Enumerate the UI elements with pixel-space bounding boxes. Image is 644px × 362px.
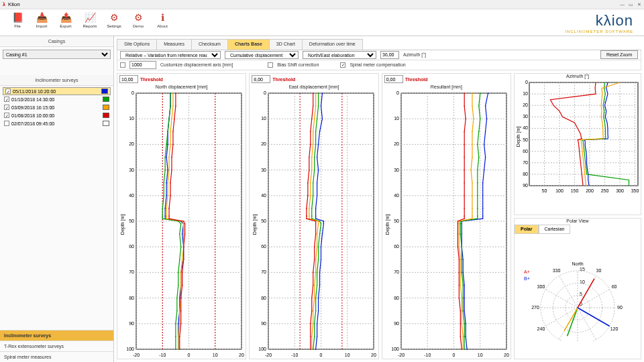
- casing-select[interactable]: Casing #1: [3, 50, 111, 59]
- svg-text:10: 10: [478, 353, 483, 357]
- threshold-input[interactable]: [384, 75, 403, 83]
- survey-item[interactable]: ✓ 01/10/2018 14:30:00: [3, 95, 111, 103]
- svg-point-351: [462, 336, 464, 337]
- minimize-icon[interactable]: —: [620, 2, 625, 7]
- tab-deformation-over-time[interactable]: Deformation over time: [302, 39, 363, 50]
- svg-text:80: 80: [262, 296, 267, 300]
- chart-azimuth: Azimuth [°] 5010015020025030035001020304…: [514, 73, 641, 215]
- toolbar-reports[interactable]: 📈 Reports: [78, 11, 102, 35]
- threshold-input[interactable]: [252, 75, 270, 83]
- polar-tab-polar[interactable]: Polar: [515, 225, 539, 234]
- svg-point-83: [182, 259, 183, 261]
- svg-point-371: [458, 285, 460, 286]
- svg-point-187: [319, 221, 321, 222]
- custom-axis-input[interactable]: [129, 61, 156, 69]
- svg-text:Depth [m]: Depth [m]: [516, 127, 521, 147]
- svg-point-49: [164, 170, 166, 171]
- survey-check[interactable]: ✓: [4, 113, 9, 118]
- survey-item[interactable]: 02/07/2018 09:45:00: [3, 119, 111, 127]
- svg-point-112: [180, 323, 182, 324]
- survey-date: 02/07/2018 09:45:00: [11, 121, 54, 126]
- tab-checksum[interactable]: Checksum: [191, 39, 228, 50]
- svg-point-307: [480, 118, 481, 119]
- svg-point-364: [464, 218, 465, 219]
- toolbar-export[interactable]: 📤 Export: [54, 11, 78, 35]
- svg-text:B+: B+: [524, 276, 530, 281]
- chart-svg: -20-10010200102030405060708090100 Depth …: [250, 90, 378, 359]
- nav-item[interactable]: Spiral meter measures: [0, 351, 113, 362]
- svg-point-193: [317, 285, 318, 286]
- svg-text:70: 70: [129, 269, 134, 274]
- svg-point-315: [477, 216, 478, 217]
- svg-point-291: [482, 216, 484, 217]
- nav-item[interactable]: Inclinometer surveys: [0, 330, 113, 341]
- survey-check[interactable]: ✓: [5, 88, 11, 94]
- svg-text:A+: A+: [524, 269, 530, 274]
- svg-point-237: [315, 233, 317, 235]
- survey-check[interactable]: [4, 121, 9, 126]
- elab-select[interactable]: North/East elaboration: [303, 51, 376, 59]
- survey-item[interactable]: ✓ 03/09/2018 16:15:00: [3, 103, 111, 111]
- polar-tab-cartesian[interactable]: Cartesian: [539, 225, 571, 234]
- nav-item[interactable]: T-Rex extensometer surveys: [0, 341, 113, 351]
- tab-3d-chart[interactable]: 3D Chart: [269, 39, 303, 50]
- toolbar-import[interactable]: 📥 Import: [30, 11, 54, 35]
- survey-check[interactable]: ✓: [4, 97, 9, 102]
- svg-text:0: 0: [525, 80, 528, 84]
- svg-point-87: [179, 310, 180, 312]
- svg-point-60: [178, 272, 179, 274]
- svg-point-295: [461, 233, 462, 235]
- toolbar-demo[interactable]: ⚙ Demo: [126, 11, 150, 35]
- svg-point-290: [482, 208, 484, 209]
- svg-point-45: [168, 118, 170, 119]
- svg-text:0: 0: [396, 90, 399, 95]
- svg-text:70: 70: [394, 269, 399, 274]
- reset-zoom-button[interactable]: Reset Zoom: [600, 50, 638, 59]
- spiral-check[interactable]: ✓: [340, 62, 345, 68]
- mode-select[interactable]: Relative – Variation from reference read…: [120, 51, 221, 59]
- maximize-icon[interactable]: ▭: [629, 2, 633, 7]
- svg-text:40: 40: [394, 193, 399, 198]
- svg-point-202: [313, 131, 314, 133]
- svg-point-365: [457, 221, 458, 222]
- svg-text:-20: -20: [265, 353, 272, 357]
- svg-point-73: [168, 170, 170, 171]
- demo-icon: ⚙: [131, 11, 145, 24]
- svg-point-288: [482, 182, 484, 184]
- svg-text:50: 50: [542, 188, 547, 193]
- tab-site-options[interactable]: Site Options: [117, 39, 157, 50]
- survey-item[interactable]: ✓ 05/11/2018 10:20:00: [3, 87, 111, 95]
- threshold-label: Threshold: [272, 77, 295, 82]
- svg-point-244: [310, 323, 311, 324]
- export-icon: 📤: [59, 11, 72, 24]
- tab-charts-base[interactable]: Charts Base: [227, 39, 270, 50]
- survey-check[interactable]: ✓: [4, 105, 9, 110]
- close-icon[interactable]: ✕: [637, 2, 641, 7]
- toolbar-about[interactable]: ℹ About: [150, 11, 174, 35]
- svg-point-362: [464, 208, 465, 209]
- svg-point-46: [167, 131, 168, 133]
- svg-text:20: 20: [523, 103, 528, 107]
- svg-text:20: 20: [394, 141, 399, 146]
- survey-swatch: [101, 88, 108, 94]
- azimuth-input[interactable]: [380, 51, 399, 59]
- disp-select[interactable]: Cumulative displacement: [225, 51, 299, 59]
- svg-text:60: 60: [129, 244, 134, 249]
- svg-point-311: [477, 170, 478, 171]
- options-row-2: Customize displacement axis [mm] Bias Sh…: [117, 60, 641, 70]
- toolbar-file[interactable]: 📕 File: [5, 11, 30, 35]
- custom-axis-check[interactable]: [120, 62, 125, 68]
- svg-point-47: [166, 144, 167, 145]
- svg-text:90: 90: [129, 321, 134, 326]
- bias-check[interactable]: [268, 62, 273, 68]
- threshold-input[interactable]: [119, 75, 138, 83]
- svg-point-308: [478, 131, 480, 133]
- svg-point-88: [179, 323, 180, 324]
- toolbar-settings[interactable]: ⚙ Settings: [102, 11, 126, 35]
- spiral-label: Spiral meter compensation: [350, 62, 405, 67]
- survey-item[interactable]: ✓ 01/08/2018 10:00:00: [3, 111, 111, 119]
- tab-measures[interactable]: Measures: [156, 39, 192, 50]
- svg-text:20: 20: [262, 141, 267, 146]
- svg-point-372: [458, 298, 460, 299]
- svg-point-223: [313, 93, 314, 94]
